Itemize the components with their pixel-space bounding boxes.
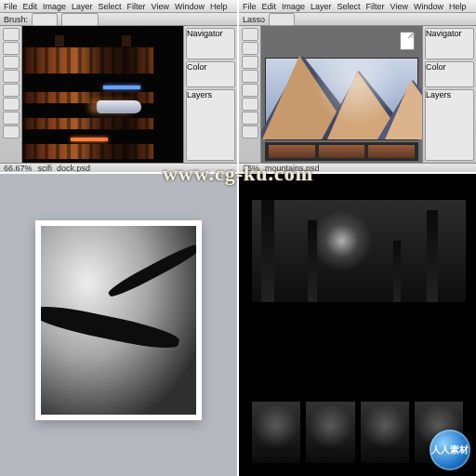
color-panel[interactable]: Color (425, 61, 474, 87)
canvas[interactable] (22, 26, 183, 163)
reference-thumb[interactable] (368, 145, 415, 158)
document-name: scifi_dock.psd (38, 164, 91, 173)
move-tool-icon[interactable] (3, 28, 20, 41)
panels-dock: Navigator Color Layers (422, 26, 476, 163)
eyedropper-tool-icon[interactable] (3, 112, 20, 125)
spaceship-shape (97, 100, 141, 113)
zoom-level[interactable]: 66.67% (4, 164, 33, 173)
artwork-forest-greyscale (41, 226, 196, 415)
canvas[interactable] (261, 26, 422, 163)
marquee-tool-icon[interactable] (3, 42, 20, 55)
menu-filter[interactable]: Filter (127, 2, 146, 11)
menu-edit[interactable]: Edit (262, 2, 277, 11)
composition-thumb[interactable] (252, 402, 300, 463)
panels-dock: Navigator Color Layers (183, 26, 237, 163)
zoom-tool-icon[interactable] (3, 126, 20, 139)
document-name: mountains.psd (265, 164, 320, 173)
menu-view[interactable]: View (152, 2, 169, 11)
tools-panel (0, 26, 22, 163)
artwork-forest-large (252, 200, 466, 302)
artwork-mountains (265, 58, 418, 140)
menu-layer[interactable]: Layer (72, 2, 93, 11)
menu-window[interactable]: Window (175, 2, 205, 11)
site-logo-icon: 人人素材 (430, 430, 470, 470)
menu-help[interactable]: Help (210, 2, 228, 11)
zoom-tool-icon[interactable] (242, 126, 258, 139)
menu-image[interactable]: Image (282, 2, 305, 11)
options-label: Brush: (4, 15, 28, 24)
reference-thumb[interactable] (269, 145, 315, 158)
menu-view[interactable]: View (390, 2, 408, 11)
artwork-frame (35, 220, 202, 420)
marquee-tool-icon[interactable] (242, 42, 258, 55)
navigator-panel[interactable]: Navigator (186, 28, 235, 60)
layers-panel[interactable]: Layers (186, 89, 235, 161)
gradient-tool-icon[interactable] (242, 98, 258, 111)
lasso-tool-icon[interactable] (3, 56, 20, 69)
options-bar: Lasso (239, 13, 476, 26)
menu-edit[interactable]: Edit (23, 2, 38, 11)
status-bar: 25% mountains.psd (239, 163, 476, 172)
workspace: Navigator Color Layers (0, 26, 237, 163)
clone-tool-icon[interactable] (242, 84, 258, 97)
reference-strip (265, 142, 418, 161)
hand-tool-icon[interactable] (242, 112, 258, 125)
menu-window[interactable]: Window (414, 2, 443, 11)
artwork-scifi-dock (22, 26, 183, 163)
composition-thumb[interactable] (361, 402, 409, 463)
menu-file[interactable]: File (4, 2, 18, 11)
options-label: Lasso (243, 15, 265, 24)
menu-help[interactable]: Help (449, 2, 467, 11)
menu-select[interactable]: Select (337, 2, 361, 11)
menu-layer[interactable]: Layer (311, 2, 332, 11)
layers-panel[interactable]: Layers (425, 89, 474, 161)
crop-tool-icon[interactable] (3, 70, 20, 83)
color-panel[interactable]: Color (186, 61, 235, 87)
photoshop-window-scifi: File Edit Image Layer Select Filter View… (0, 0, 237, 172)
composition-thumb[interactable] (306, 402, 354, 463)
brush-preset-dropdown[interactable] (32, 13, 58, 26)
reference-thumb[interactable] (319, 145, 365, 158)
presentation-slide-forest-study (0, 174, 237, 476)
menu-select[interactable]: Select (99, 2, 122, 11)
tools-panel (239, 26, 261, 163)
status-bar: 66.67% scifi_dock.psd (0, 163, 237, 172)
menu-file[interactable]: File (243, 2, 257, 11)
psd-file-icon[interactable] (400, 32, 415, 50)
lasso-tool-icon[interactable] (242, 56, 258, 69)
menu-bar: File Edit Image Layer Select Filter View… (239, 0, 476, 13)
menu-bar: File Edit Image Layer Select Filter View… (0, 0, 237, 13)
workspace: Navigator Color Layers (239, 26, 476, 163)
brush-tool-icon[interactable] (242, 70, 258, 83)
menu-image[interactable]: Image (43, 2, 66, 11)
zoom-level[interactable]: 25% (243, 164, 259, 173)
feather-input[interactable] (269, 13, 295, 26)
brush-size-slider[interactable] (61, 13, 99, 26)
navigator-panel[interactable]: Navigator (425, 28, 474, 60)
menu-filter[interactable]: Filter (366, 2, 385, 11)
photoshop-window-mountains: File Edit Image Layer Select Filter View… (239, 0, 476, 172)
move-tool-icon[interactable] (242, 28, 258, 41)
options-bar: Brush: (0, 13, 237, 26)
eraser-tool-icon[interactable] (3, 98, 20, 111)
brush-tool-icon[interactable] (3, 84, 20, 97)
thumbnail-board: 人人素材 (239, 174, 476, 476)
